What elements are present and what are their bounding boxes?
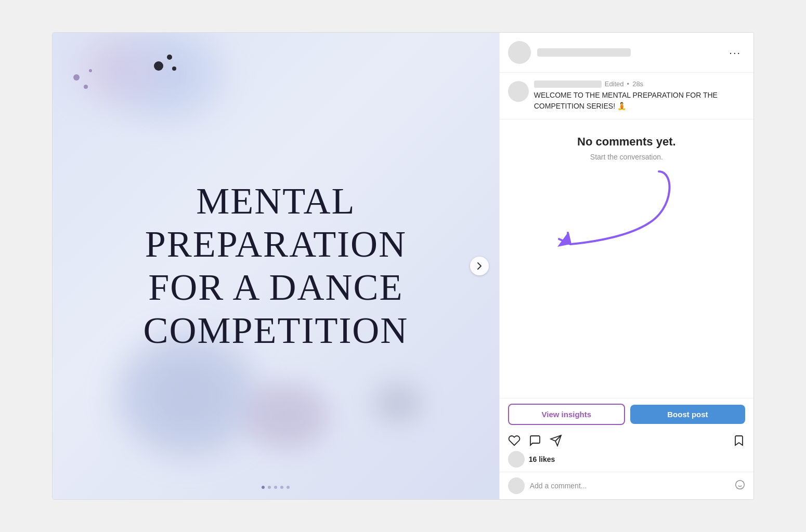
view-insights-button[interactable]: View insights bbox=[508, 404, 625, 425]
comment-avatar bbox=[508, 477, 525, 494]
arrow-container bbox=[508, 166, 745, 260]
watercolor-blob-2 bbox=[63, 33, 167, 116]
caption-avatar bbox=[508, 81, 529, 102]
svg-point-3 bbox=[736, 480, 745, 489]
comment-input[interactable] bbox=[530, 482, 730, 490]
save-button[interactable] bbox=[733, 434, 745, 447]
add-comment-row bbox=[500, 472, 753, 499]
paint-splat-3 bbox=[172, 66, 176, 71]
likes-row: 16 likes bbox=[500, 451, 753, 472]
carousel-dot-5[interactable] bbox=[287, 486, 290, 489]
dot-separator: • bbox=[627, 80, 630, 88]
post-caption-row: Edited • 28s WELCOME TO THE MENTAL PREPA… bbox=[500, 73, 753, 119]
carousel-dot-4[interactable] bbox=[280, 486, 283, 489]
carousel-dot-3[interactable] bbox=[274, 486, 277, 489]
post-container: MENTAL PREPARATION FOR A DANCE COMPETITI… bbox=[52, 32, 754, 500]
likes-count: 16 likes bbox=[529, 455, 555, 463]
watercolor-blob-4 bbox=[235, 375, 339, 458]
likes-avatar bbox=[508, 451, 525, 468]
time-badge: 28s bbox=[632, 80, 643, 88]
post-header: ··· bbox=[500, 33, 753, 73]
post-title-overlay: MENTAL PREPARATION FOR A DANCE COMPETITI… bbox=[53, 180, 499, 352]
like-button[interactable] bbox=[508, 434, 521, 447]
comment-button[interactable] bbox=[529, 434, 541, 447]
carousel-dots bbox=[262, 486, 290, 489]
avatar bbox=[508, 41, 531, 64]
caption-text: WELCOME TO THE MENTAL PREPARATION FOR TH… bbox=[534, 90, 745, 112]
purple-dot-2 bbox=[84, 85, 88, 89]
post-header-left bbox=[508, 41, 725, 64]
post-caption: Edited • 28s WELCOME TO THE MENTAL PREPA… bbox=[534, 80, 745, 112]
purple-dot-1 bbox=[73, 74, 80, 81]
icons-row bbox=[500, 430, 753, 451]
post-sidebar: ··· Edited • 28s WELCOME TO THE MENTAL P… bbox=[499, 33, 753, 499]
boost-post-button[interactable]: Boost post bbox=[630, 405, 745, 424]
emoji-button[interactable] bbox=[735, 480, 745, 493]
comments-area: No comments yet. Start the conversation. bbox=[500, 119, 753, 398]
carousel-dot-1[interactable] bbox=[262, 486, 265, 489]
more-options-button[interactable]: ··· bbox=[725, 45, 745, 61]
caption-meta: Edited • 28s bbox=[534, 80, 745, 88]
post-image: MENTAL PREPARATION FOR A DANCE COMPETITI… bbox=[53, 33, 499, 499]
post-title: MENTAL PREPARATION FOR A DANCE COMPETITI… bbox=[73, 180, 478, 352]
share-button[interactable] bbox=[550, 434, 562, 447]
no-comments-subtitle: Start the conversation. bbox=[590, 153, 663, 161]
icons-left bbox=[508, 434, 562, 447]
no-comments-title: No comments yet. bbox=[577, 135, 676, 149]
carousel-dot-2[interactable] bbox=[268, 486, 271, 489]
watercolor-blob-5 bbox=[359, 369, 437, 437]
purple-dot-3 bbox=[89, 69, 92, 72]
curved-arrow bbox=[513, 166, 680, 255]
edited-badge: Edited bbox=[605, 80, 624, 88]
paint-splat-2 bbox=[167, 55, 172, 60]
paint-splat-1 bbox=[154, 61, 163, 71]
caption-username-bar bbox=[534, 81, 602, 88]
action-buttons-row: View insights Boost post bbox=[500, 398, 753, 430]
username-bar bbox=[537, 48, 631, 57]
